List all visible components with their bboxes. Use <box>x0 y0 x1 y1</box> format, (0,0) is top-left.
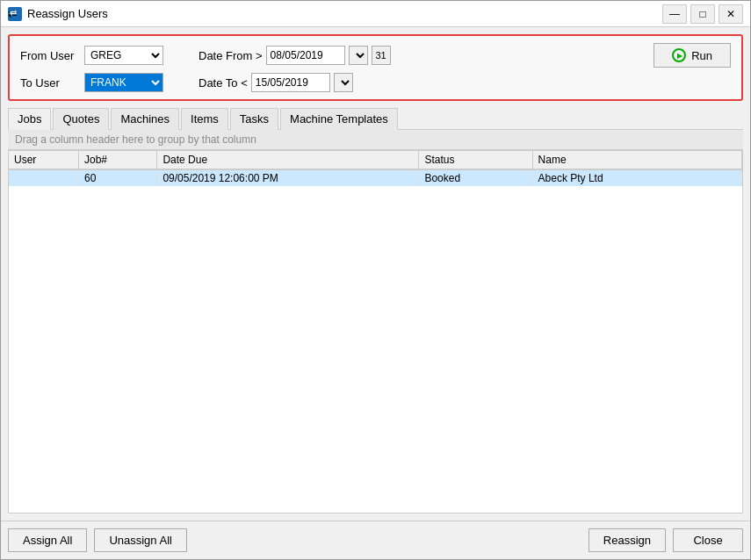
date-to-label: Date To < <box>199 76 248 90</box>
close-button[interactable]: ✕ <box>719 4 743 24</box>
bottom-right-group: Reassign Close <box>589 528 743 552</box>
main-window: ⇄ Reassign Users — □ ✕ From User GREG Da… <box>0 0 751 560</box>
unassign-all-button[interactable]: Unassign All <box>94 528 187 552</box>
close-dialog-button[interactable]: Close <box>673 528 743 552</box>
tab-jobs[interactable]: Jobs <box>8 108 51 130</box>
filter-box: From User GREG Date From > 31 Run <box>8 34 743 101</box>
from-user-select[interactable]: GREG <box>84 46 163 65</box>
col-user: User <box>9 151 78 169</box>
to-user-label: To User <box>20 76 77 90</box>
drag-hint: Drag a column header here to group by th… <box>8 130 743 150</box>
date-from-label: Date From > <box>199 49 263 62</box>
cell-status: Booked <box>419 169 532 186</box>
tab-machines[interactable]: Machines <box>111 108 179 130</box>
data-table: User Job# Date Due Status Name 60 09/05/… <box>9 151 742 186</box>
maximize-button[interactable]: □ <box>690 4 715 24</box>
date-from-dropdown[interactable] <box>349 46 368 65</box>
data-table-container[interactable]: User Job# Date Due Status Name 60 09/05/… <box>8 150 743 513</box>
col-name: Name <box>532 151 741 169</box>
window-title: Reassign Users <box>27 7 662 20</box>
col-job: Job# <box>78 151 156 169</box>
bottom-bar: Assign All Unassign All Reassign Close <box>1 521 750 559</box>
run-button[interactable]: Run <box>654 43 731 68</box>
cell-job: 60 <box>78 169 156 186</box>
from-user-row: From User GREG <box>20 46 163 65</box>
cell-date-due: 09/05/2019 12:06:00 PM <box>157 169 419 186</box>
title-bar: ⇄ Reassign Users — □ ✕ <box>1 1 750 27</box>
tab-quotes[interactable]: Quotes <box>53 108 109 130</box>
minimize-button[interactable]: — <box>662 4 687 24</box>
run-icon <box>672 48 686 62</box>
col-date-due: Date Due <box>157 151 419 169</box>
run-label: Run <box>691 49 712 62</box>
table-header-row: User Job# Date Due Status Name <box>9 151 742 169</box>
tab-bar: Jobs Quotes Machines Items Tasks Machine… <box>8 108 743 130</box>
tab-tasks[interactable]: Tasks <box>230 108 278 130</box>
to-user-select[interactable]: FRANK <box>84 73 163 92</box>
date-from-calendar-button[interactable]: 31 <box>372 46 391 65</box>
main-content: From User GREG Date From > 31 Run <box>1 27 750 521</box>
date-from-input[interactable] <box>266 46 345 65</box>
window-icon: ⇄ <box>8 7 22 21</box>
from-user-label: From User <box>20 49 77 62</box>
tab-items[interactable]: Items <box>181 108 228 130</box>
cell-user <box>9 169 78 186</box>
date-to-input[interactable] <box>251 73 330 92</box>
to-user-row: To User FRANK <box>20 73 163 92</box>
reassign-button[interactable]: Reassign <box>589 528 666 552</box>
date-to-dropdown[interactable] <box>334 73 353 92</box>
cell-name: Abeck Pty Ltd <box>532 169 741 186</box>
col-status: Status <box>419 151 532 169</box>
window-controls: — □ ✕ <box>662 4 743 24</box>
tab-machine-templates[interactable]: Machine Templates <box>280 108 398 130</box>
date-to-group: Date To < <box>184 73 353 92</box>
table-row[interactable]: 60 09/05/2019 12:06:00 PM Booked Abeck P… <box>9 169 742 186</box>
date-from-group: Date From > 31 <box>184 46 391 65</box>
assign-all-button[interactable]: Assign All <box>8 528 87 552</box>
